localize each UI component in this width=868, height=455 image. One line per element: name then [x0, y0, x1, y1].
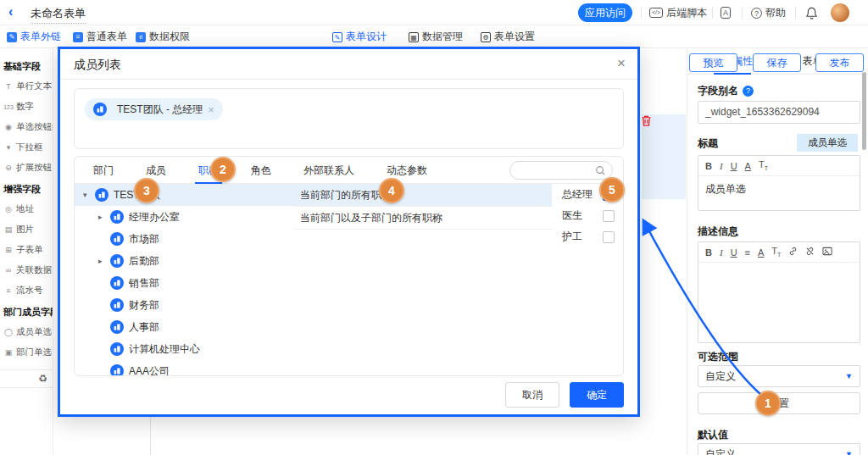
field-radio-group[interactable]: ◉单选按钮组 — [0, 117, 53, 137]
dialog-title: 成员列表 — [74, 58, 121, 73]
person-icon: ◯ — [3, 328, 14, 336]
confirm-button[interactable]: 确定 — [570, 382, 624, 408]
step-badge-5: 5 — [599, 177, 625, 203]
member-list-dialog: 成员列表 × TEST团队 - 总经理 × 部门 成员 职称 角色 外部联系人 … — [58, 47, 640, 417]
publish-button[interactable]: 发布 — [815, 53, 864, 72]
field-serial-number[interactable]: ≡流水号 — [0, 280, 53, 301]
tree-item[interactable]: 财务部 — [75, 294, 293, 316]
field-subform[interactable]: ⊞子表单 — [0, 240, 53, 260]
font-size-icon[interactable]: TT — [759, 159, 768, 171]
divider — [712, 7, 713, 19]
nav-normal-form[interactable]: ≡ 普通表单 — [73, 30, 127, 44]
top-bar: ‹ 未命名表单 应用访问 </> 后端脚本 A ? 帮助 — [0, 0, 868, 25]
range-select[interactable]: 自定义 ▼ — [698, 365, 860, 387]
preview-button[interactable]: 预览 — [689, 53, 737, 72]
caret-right-icon[interactable]: ▸ — [98, 213, 110, 221]
title-editor-content[interactable]: 成员单选 — [698, 176, 860, 203]
font-color-icon[interactable]: A — [758, 247, 764, 258]
underline-icon[interactable]: U — [731, 161, 737, 171]
field-address[interactable]: ◎地址 — [0, 199, 53, 219]
description-editor[interactable]: B I U ≡ A TT — [698, 241, 860, 343]
page-icon: ≡ — [73, 32, 83, 42]
field-dept-single[interactable]: ▣部门单选 — [0, 342, 53, 363]
chip-close-icon[interactable]: × — [208, 103, 214, 116]
subform-icon: ⊞ — [3, 246, 14, 254]
nav-form-external-link[interactable]: ✎ 表单外链 — [7, 30, 61, 44]
font-color-icon[interactable]: A — [745, 161, 751, 171]
trash-icon[interactable] — [640, 114, 654, 128]
description-editor-content[interactable] — [698, 263, 860, 275]
step-badge-4: 4 — [379, 178, 404, 203]
tree-item[interactable]: 计算机处理中心 — [75, 338, 293, 360]
field-dropdown[interactable]: ▾下拉框 — [0, 137, 53, 158]
help-button[interactable]: ? 帮助 — [751, 5, 786, 20]
field-extend-button[interactable]: ⊖扩展按钮 — [0, 158, 53, 178]
italic-icon[interactable]: I — [720, 247, 723, 258]
font-size-icon[interactable]: TT — [771, 246, 781, 258]
tree-item[interactable]: ▸ 经理办公室 — [75, 206, 293, 228]
notification-bell-icon[interactable] — [805, 5, 818, 20]
tree-item-root[interactable]: ▾ TEST团队 — [75, 184, 293, 206]
description-label: 描述信息 — [698, 225, 738, 239]
back-chevron-icon[interactable]: ‹ — [8, 4, 13, 19]
tab-role[interactable]: 角色 — [251, 157, 271, 184]
org-icon — [110, 320, 124, 334]
align-icon[interactable]: ≡ — [745, 247, 750, 258]
selected-items-box: TEST团队 - 总经理 × — [74, 88, 624, 149]
insert-image-icon[interactable] — [822, 247, 832, 258]
department-tree: ▾ TEST团队 ▸ 经理办公室 市场部 ▸ 后勤部 — [75, 184, 293, 375]
backend-script-button[interactable]: </> 后端脚本 — [649, 5, 707, 20]
tree-item[interactable]: 销售部 — [75, 272, 293, 294]
tree-item[interactable]: 市场部 — [75, 228, 293, 250]
caret-down-icon[interactable]: ▾ — [83, 191, 95, 199]
close-icon[interactable]: × — [617, 55, 626, 72]
search-input[interactable] — [509, 161, 613, 180]
tab-department[interactable]: 部门 — [93, 157, 114, 184]
tree-item[interactable]: AAA公司 — [75, 360, 293, 376]
selected-chip[interactable]: TEST团队 - 总经理 × — [85, 98, 223, 120]
tree-item[interactable]: 人事部 — [75, 316, 293, 338]
field-member-single[interactable]: ◯成员单选 — [0, 322, 53, 342]
nav-form-settings[interactable]: ⚙ 表单设置 — [481, 30, 535, 44]
cancel-button[interactable]: 取消 — [505, 382, 559, 408]
italic-icon[interactable]: I — [720, 161, 723, 171]
serial-icon: ≡ — [3, 286, 14, 295]
design-doc-icon: ✎ — [332, 32, 342, 42]
field-alias-input[interactable]: _widget_1653362629094 — [698, 101, 860, 124]
divider — [641, 7, 642, 19]
field-single-line-text[interactable]: T单行文本 — [0, 76, 53, 97]
image-icon: ▤ — [3, 225, 14, 234]
step-badge-3: 3 — [134, 178, 159, 203]
tab-external-contact[interactable]: 外部联系人 — [303, 157, 354, 184]
scope-option-current-and-sub[interactable]: 当前部门以及子部门的所有职称 — [293, 207, 552, 230]
tree-item[interactable]: ▸ 后勤部 — [75, 250, 293, 272]
data-grid-icon: ▦ — [409, 32, 419, 42]
unlink-icon[interactable] — [805, 247, 815, 258]
default-value-select[interactable]: 自定义 ▼ — [698, 443, 860, 455]
nav-data-manage[interactable]: ▦ 数据管理 — [409, 30, 463, 44]
field-number[interactable]: 123数字 — [0, 97, 53, 117]
app-access-button[interactable]: 应用访问 — [578, 3, 632, 22]
form-title[interactable]: 未命名表单 — [31, 6, 86, 24]
bold-icon[interactable]: B — [705, 247, 712, 258]
picker-body: ▾ TEST团队 ▸ 经理办公室 市场部 ▸ 后勤部 — [75, 184, 623, 375]
panel-scrollbar[interactable] — [862, 72, 866, 150]
checkbox[interactable] — [603, 231, 615, 243]
title-editor[interactable]: B I U A TT 成员单选 — [698, 155, 860, 211]
caret-right-icon[interactable]: ▸ — [98, 257, 110, 265]
link-icon[interactable] — [788, 247, 798, 258]
user-avatar[interactable] — [831, 3, 849, 22]
translate-button[interactable]: A — [721, 5, 731, 20]
bold-icon[interactable]: B — [705, 161, 712, 171]
checkbox[interactable] — [603, 210, 615, 222]
help-icon[interactable]: ? — [743, 86, 754, 97]
field-image[interactable]: ▤图片 — [0, 219, 53, 240]
save-button[interactable]: 保存 — [753, 53, 801, 72]
field-linked-data[interactable]: ∞关联数据 — [0, 260, 53, 280]
nav-data-permission[interactable]: ıl 数据权限 — [136, 30, 190, 44]
translate-icon: A — [721, 7, 731, 19]
recycle-bin-icon[interactable]: ♻ — [38, 373, 47, 385]
nav-form-design[interactable]: ✎ 表单设计 — [332, 30, 387, 44]
underline-icon[interactable]: U — [731, 247, 737, 258]
scope-option-current[interactable]: 当前部门的所有职称 — [293, 184, 552, 207]
